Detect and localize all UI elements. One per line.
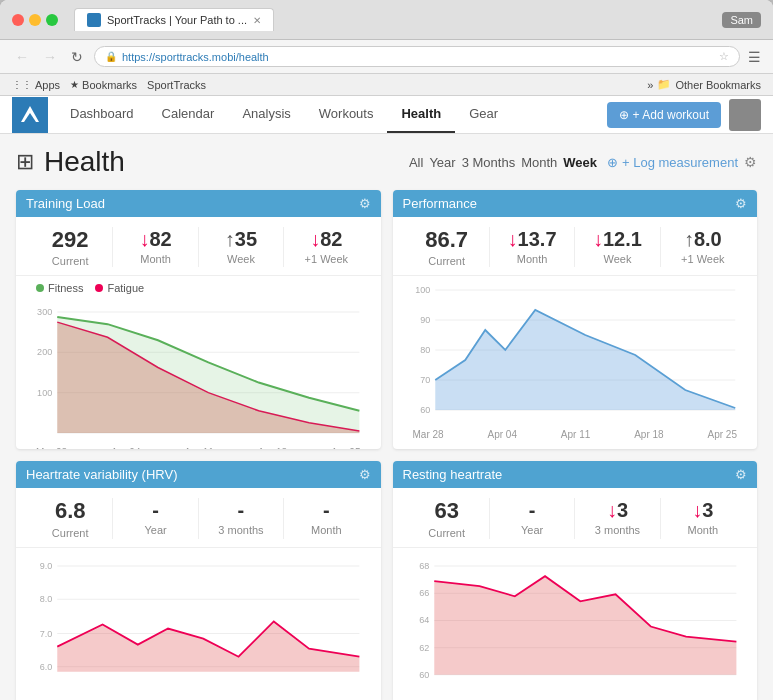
training-load-week-label: Week: [207, 253, 275, 265]
log-measurement-button[interactable]: ⊕ + Log measurement: [607, 155, 738, 170]
resting-hr-3months-label: 3 months: [583, 524, 651, 536]
bookmarks-bookmark[interactable]: ★ Bookmarks: [70, 79, 137, 91]
hrv-widget: Heartrate variability (HRV) ⚙ 6.8 Curren…: [16, 461, 381, 700]
performance-current: 86.7 Current: [405, 227, 490, 267]
performance-week: ↓12.1 Week: [575, 227, 660, 267]
tab-close-button[interactable]: ✕: [253, 15, 261, 26]
svg-marker-10: [57, 317, 359, 433]
hrv-chart-area: 9.0 8.0 7.0 6.0 Mar 22 Mar 23 Mar 24 Mar…: [16, 548, 381, 700]
resting-hr-stats: 63 Current - Year ↓3 3 months ↓3 Month: [393, 488, 758, 547]
apps-icon: ⋮⋮: [12, 79, 32, 90]
star-icon: ★: [70, 79, 79, 90]
back-button[interactable]: ←: [12, 49, 32, 65]
sporttracks-label: SportTracks: [147, 79, 206, 91]
time-week[interactable]: Week: [563, 155, 597, 170]
add-icon: ⊕: [619, 108, 629, 122]
training-load-gear-icon[interactable]: ⚙: [359, 196, 371, 211]
svg-marker-41: [434, 576, 736, 675]
app-logo: [12, 97, 48, 133]
hrv-year: - Year: [113, 498, 198, 538]
other-bookmarks[interactable]: » 📁 Other Bookmarks: [647, 78, 761, 91]
resting-hr-month: ↓3 Month: [661, 498, 745, 538]
svg-marker-30: [57, 621, 359, 671]
hrv-3months-label: 3 months: [207, 524, 275, 536]
menu-icon[interactable]: ☰: [748, 49, 761, 65]
svg-text:90: 90: [420, 315, 430, 325]
nav-analysis[interactable]: Analysis: [228, 96, 304, 133]
svg-text:7.0: 7.0: [40, 628, 53, 638]
app-nav: Dashboard Calendar Analysis Workouts Hea…: [0, 96, 773, 134]
user-picture: [729, 99, 761, 131]
time-all[interactable]: All: [409, 155, 423, 170]
hrv-gear-icon[interactable]: ⚙: [359, 467, 371, 482]
time-month[interactable]: Month: [521, 155, 557, 170]
training-load-current: 292 Current: [28, 227, 113, 267]
resting-hr-widget: Resting heartrate ⚙ 63 Current - Year ↓3…: [393, 461, 758, 700]
perf-x-apr11: Apr 11: [561, 429, 590, 440]
hrv-month-value: -: [292, 498, 360, 522]
svg-text:6.0: 6.0: [40, 662, 53, 672]
sporttracks-bookmark[interactable]: SportTracks: [147, 79, 206, 91]
reload-button[interactable]: ↻: [68, 49, 86, 65]
nav-dashboard[interactable]: Dashboard: [56, 96, 148, 133]
svg-text:9.0: 9.0: [40, 561, 53, 571]
hrv-title: Heartrate variability (HRV): [26, 467, 177, 482]
url-bar[interactable]: 🔒 https://sporttracks.mobi/health ☆: [94, 46, 740, 67]
x-label-mar28: Mar 28: [36, 447, 67, 449]
nav-workouts[interactable]: Workouts: [305, 96, 388, 133]
apps-bookmark[interactable]: ⋮⋮ Apps: [12, 79, 60, 91]
resting-hr-gear-icon[interactable]: ⚙: [735, 467, 747, 482]
training-load-month-value: ↓82: [121, 227, 189, 251]
hrv-chart: 9.0 8.0 7.0 6.0: [26, 556, 371, 697]
svg-text:200: 200: [37, 348, 52, 358]
nav-health[interactable]: Health: [387, 96, 455, 133]
performance-header: Performance ⚙: [393, 190, 758, 217]
performance-plus1week-value: ↑8.0: [669, 227, 737, 251]
url-text: https://sporttracks.mobi/health: [122, 51, 269, 63]
training-load-plus1week-label: +1 Week: [292, 253, 360, 265]
hrv-3months: - 3 months: [199, 498, 284, 538]
x-label-apr11: Apr 11: [184, 447, 213, 449]
forward-button[interactable]: →: [40, 49, 60, 65]
fitness-legend-dot: [36, 284, 44, 292]
tab-bar: SportTracks | Your Path to ... ✕: [74, 8, 714, 31]
minimize-button[interactable]: [29, 14, 41, 26]
training-load-week: ↑35 Week: [199, 227, 284, 267]
training-load-chart: 300 200 100: [26, 302, 371, 443]
address-bar: ← → ↻ 🔒 https://sporttracks.mobi/health …: [0, 40, 773, 74]
chevron-right-icon: »: [647, 79, 653, 91]
folder-icon: 📁: [657, 78, 671, 91]
time-3months[interactable]: 3 Months: [462, 155, 515, 170]
page-settings-icon[interactable]: ⚙: [744, 154, 757, 170]
hrv-month-label: Month: [292, 524, 360, 536]
performance-month: ↓13.7 Month: [490, 227, 575, 267]
close-button[interactable]: [12, 14, 24, 26]
hrv-header: Heartrate variability (HRV) ⚙: [16, 461, 381, 488]
training-load-week-value: ↑35: [207, 227, 275, 251]
bookmark-star-icon[interactable]: ☆: [719, 50, 729, 63]
page-title: Health: [44, 146, 125, 178]
other-bookmarks-label: Other Bookmarks: [675, 79, 761, 91]
nav-links: Dashboard Calendar Analysis Workouts Hea…: [56, 96, 512, 133]
resting-hr-header: Resting heartrate ⚙: [393, 461, 758, 488]
maximize-button[interactable]: [46, 14, 58, 26]
svg-text:60: 60: [419, 670, 429, 680]
training-load-title: Training Load: [26, 196, 105, 211]
tab-label: SportTracks | Your Path to ...: [107, 14, 247, 26]
nav-gear[interactable]: Gear: [455, 96, 512, 133]
browser-tab[interactable]: SportTracks | Your Path to ... ✕: [74, 8, 274, 31]
svg-text:64: 64: [419, 615, 429, 625]
performance-month-label: Month: [498, 253, 566, 265]
svg-text:8.0: 8.0: [40, 594, 53, 604]
time-year[interactable]: Year: [429, 155, 455, 170]
performance-chart-area: 100 90 80 70 60 Mar 28 Apr 04 Apr 11 Apr…: [393, 276, 758, 431]
performance-gear-icon[interactable]: ⚙: [735, 196, 747, 211]
window-controls: [12, 14, 58, 26]
nav-calendar[interactable]: Calendar: [148, 96, 229, 133]
training-load-plus1week: ↓82 +1 Week: [284, 227, 368, 267]
log-measurement-label: + Log measurement: [622, 155, 738, 170]
hrv-month: - Month: [284, 498, 368, 538]
add-workout-button[interactable]: ⊕ + Add workout: [607, 102, 721, 128]
user-avatar: Sam: [722, 12, 761, 28]
perf-x-apr25: Apr 25: [708, 429, 737, 440]
